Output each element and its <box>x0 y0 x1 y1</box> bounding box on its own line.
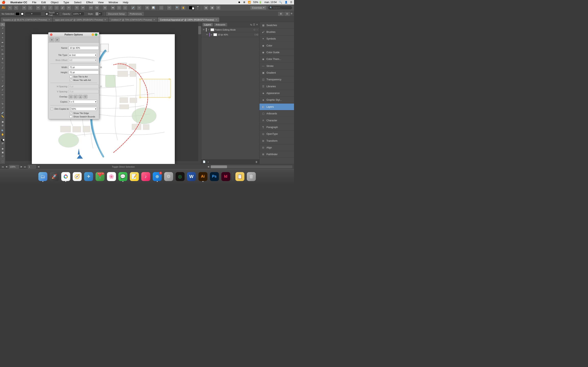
wifi-icon[interactable]: 📶 <box>248 1 251 4</box>
tab-untitled-close[interactable]: ✕ <box>153 18 155 21</box>
arrange-btn[interactable]: ⊞ <box>278 12 284 16</box>
tool-type[interactable]: T <box>0 57 5 61</box>
apple-menu[interactable]: 🍎 <box>2 0 6 4</box>
width-input[interactable] <box>69 66 99 69</box>
pattern-tile-btn-2[interactable]: ⇄ <box>55 38 60 42</box>
layer-pattern-editing-mode[interactable]: 👁 ▼ Pattern Editing Mode ○ <box>201 27 259 32</box>
layer-lock-icon[interactable]: ○ <box>256 29 259 31</box>
default-colors[interactable]: □ <box>197 8 199 10</box>
tool-add-anchor[interactable]: ✒+ <box>0 45 5 48</box>
tab-opps-close[interactable]: ✕ <box>104 18 106 21</box>
dialog-close-btn[interactable] <box>50 33 52 36</box>
fill-dropdown-options[interactable]: ⬤Touch Call...▾ <box>45 12 59 16</box>
page-total-btn[interactable]: ◀ <box>38 165 39 168</box>
search-bar[interactable]: 🔍 Search... <box>268 6 292 10</box>
menu-object[interactable]: Object <box>50 1 60 4</box>
search-icon[interactable]: 🔍 <box>279 1 282 4</box>
tool-eyedropper[interactable]: 💉 <box>0 111 5 115</box>
dock-messages[interactable]: 💬 <box>118 171 128 182</box>
color-fill-btn[interactable]: ◉ <box>0 147 5 150</box>
tab-fasades[interactable]: fasades.ai @ 66,67% (CMYK/GPU Preview) ✕ <box>1 17 52 22</box>
page-last-btn[interactable]: ⏭ <box>24 166 26 168</box>
selection-tool[interactable]: ↖ <box>8 6 12 10</box>
layer-10lpi-lock[interactable] <box>256 34 258 35</box>
user-icon[interactable]: 👤 <box>285 1 288 4</box>
warp-tool[interactable]: ⊛ <box>95 6 99 10</box>
panel-color-guide[interactable]: ◉ Color Guide <box>259 49 294 56</box>
menu-select[interactable]: Select <box>73 1 82 4</box>
overlap-top-front[interactable]: △ <box>78 95 82 99</box>
make-sublayer-btn[interactable]: 📄 <box>203 160 206 164</box>
artboard-tool[interactable]: ⬚ <box>159 6 164 10</box>
tool-delete-anchor[interactable]: ✒- <box>0 48 5 52</box>
more-options-btn[interactable]: ≡ <box>291 12 292 16</box>
hand-tool[interactable]: ✋ <box>181 6 186 10</box>
dock-word[interactable]: W <box>186 171 197 182</box>
gradient-mode-btn[interactable]: ▣ <box>210 6 214 10</box>
dock-finder[interactable]: 🗂 <box>38 171 48 182</box>
tool-arc[interactable]: ⌒ <box>0 70 5 74</box>
dock-notes[interactable]: 📋 <box>234 171 245 182</box>
magic-wand-tool[interactable]: ✦ <box>22 6 26 10</box>
stroke-color-swatch[interactable] <box>21 12 24 15</box>
link-dimensions-btn[interactable]: ⚙ <box>100 66 102 69</box>
tool-smooth[interactable]: ~ <box>0 97 5 100</box>
stroke-color[interactable] <box>192 7 195 10</box>
tool-anchor-convert[interactable]: ⌲ <box>0 52 5 56</box>
menu-file[interactable]: File <box>31 1 37 4</box>
tool-pencil[interactable]: ✏ <box>0 93 5 97</box>
dock-maps[interactable]: 📍 NOV 26 <box>95 171 105 182</box>
tool-zoom[interactable]: 🔍 <box>0 129 5 133</box>
panel-character[interactable]: A Character <box>259 117 294 124</box>
color-mode-btn[interactable]: ◉ <box>204 6 208 10</box>
lasso-tool[interactable]: ⌾ <box>28 6 33 10</box>
panel-artboards[interactable]: ▢ Artboards <box>259 110 294 117</box>
layers-expand-btn[interactable]: ⇆ <box>250 23 252 26</box>
h-spacing-input[interactable] <box>69 85 99 88</box>
style-dropdown[interactable]: ▾ <box>95 12 103 16</box>
free-transform-tool[interactable]: ⊞ <box>103 6 107 10</box>
blend-tool[interactable]: ∞ <box>137 6 141 10</box>
rectangle-tool[interactable]: □ <box>54 6 59 10</box>
layers-close-btn[interactable]: ✕ <box>256 23 258 26</box>
zoom-prev-btn[interactable]: ⏮ <box>2 166 4 168</box>
create-layer-btn[interactable]: + <box>207 160 210 164</box>
menu-edit[interactable]: Edit <box>40 1 47 4</box>
eyedropper-tool[interactable]: 💉 <box>131 6 135 10</box>
scroll-bar-h[interactable] <box>211 165 292 168</box>
reflect-tool[interactable]: ⇄ <box>81 6 85 10</box>
dock-photoshop[interactable]: Ps <box>209 171 220 182</box>
swap-fill-stroke[interactable]: ⇄ <box>0 142 5 145</box>
opacity-input[interactable]: 100%▾ <box>72 12 84 16</box>
dock-launcher[interactable]: 🚀 <box>49 171 60 182</box>
panel-color-theme[interactable]: ◉ Color Them... <box>259 56 294 62</box>
tab-fasades-close[interactable]: ✕ <box>48 18 50 21</box>
tab-contextual[interactable]: Contextual Appraisal.ai* @ 100% (RGB/GPU… <box>158 17 219 22</box>
tool-measure[interactable]: 📏 <box>0 115 5 118</box>
tile-type-dropdown[interactable]: ⊞ Grid ▾ <box>69 53 97 57</box>
panel-swatches[interactable]: ▦ Swatches <box>259 22 294 29</box>
swap-colors[interactable]: ⇄ <box>197 6 199 8</box>
dim-copies-checkbox[interactable] <box>51 108 53 110</box>
layer-expand-arrow[interactable]: ▼ <box>208 29 209 31</box>
line-tool[interactable]: ╱ <box>48 6 53 10</box>
panel-symbols[interactable]: ✦ Symbols <box>259 35 294 42</box>
paintbrush-tool[interactable]: 🖌 <box>61 6 65 10</box>
page-prev-btn[interactable]: ◀ <box>6 165 7 168</box>
tool-scale[interactable]: ⤢ <box>0 106 5 109</box>
gradient-fill-btn[interactable]: ▣ <box>0 151 5 154</box>
dock-stickies[interactable]: 📝 <box>129 171 140 182</box>
canvas-area[interactable]: Pattern Options ☰ ⊞ ⇄ Name: Tile Type: <box>5 22 201 164</box>
shape-builder-tool[interactable]: ⧓ <box>111 6 115 10</box>
v-spacing-input[interactable] <box>69 90 99 93</box>
tab-opps[interactable]: opps and cons.ai* @ 100% (RGB/GPU Previe… <box>53 17 108 22</box>
transform-controls-btn[interactable]: ⊟ <box>285 12 290 16</box>
tab-contextual-close[interactable]: ✕ <box>215 18 217 21</box>
panel-pathfinder[interactable]: ⊠ Pathfinder <box>259 151 294 158</box>
menu-effect[interactable]: Effect <box>86 1 94 4</box>
symbol-sprayer-tool[interactable]: ⁂ <box>145 6 149 10</box>
tool-magic-wand[interactable]: ✦ <box>0 32 5 35</box>
dim-copies-dropdown[interactable]: 50% ▾ <box>71 107 97 111</box>
width-tool[interactable]: ⟺ <box>89 6 93 10</box>
size-tile-checkbox[interactable] <box>70 75 72 78</box>
